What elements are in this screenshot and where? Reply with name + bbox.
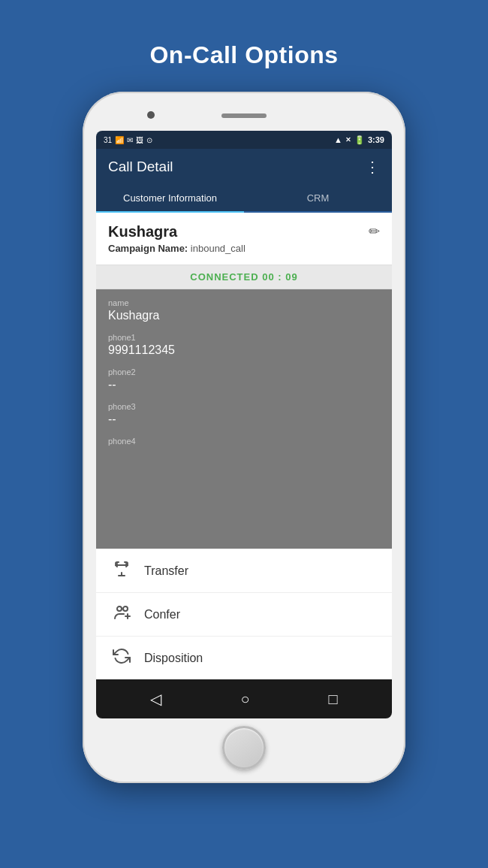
battery-icon: 🔋 — [354, 135, 365, 145]
field-name: name Kushagra — [108, 298, 380, 322]
transfer-label: Transfer — [144, 564, 188, 578]
back-button[interactable]: ◁ — [150, 690, 161, 708]
contact-fields: name Kushagra phone1 9991112345 phone2 -… — [96, 289, 392, 549]
header-menu-button[interactable]: ⋮ — [365, 158, 380, 176]
confer-icon — [111, 603, 132, 625]
status-right: ▲ ✕ 🔋 3:39 — [334, 135, 384, 145]
svg-point-2 — [123, 606, 128, 611]
calendar-icon: 31 — [104, 136, 112, 144]
edit-button[interactable]: ✏ — [369, 223, 380, 240]
svg-point-1 — [117, 606, 122, 611]
campaign-row: Campaign Name: inbound_call — [108, 243, 246, 254]
field-value-phone2: -- — [108, 378, 380, 392]
wifi-status-icon: 📶 — [115, 136, 124, 144]
extra-icon: ⊙ — [146, 136, 152, 144]
tabs-bar: Customer Information CRM — [96, 185, 392, 213]
field-label-phone1: phone1 — [108, 333, 380, 342]
confer-label: Confer — [144, 608, 180, 622]
camera-dot — [147, 111, 155, 119]
customer-details: Kushagra Campaign Name: inbound_call — [108, 223, 246, 254]
status-bar: 31 📶 ✉ 🖼 ⊙ ▲ ✕ 🔋 3:39 — [96, 131, 392, 149]
field-label-phone4: phone4 — [108, 437, 380, 446]
phone-shell: 31 📶 ✉ 🖼 ⊙ ▲ ✕ 🔋 3:39 Call Detail ⋮ Cust… — [83, 92, 405, 783]
field-phone2: phone2 -- — [108, 367, 380, 392]
page-title: On-Call Options — [149, 41, 338, 69]
speaker-bar — [221, 113, 267, 118]
phone-top — [96, 105, 392, 126]
field-label-phone2: phone2 — [108, 367, 380, 377]
transfer-action[interactable]: Transfer — [96, 549, 392, 593]
campaign-value: inbound_call — [191, 243, 246, 254]
signal-off-icon: ✕ — [345, 136, 351, 144]
field-value-phone1: 9991112345 — [108, 343, 380, 357]
transfer-icon — [111, 560, 132, 582]
field-phone1: phone1 9991112345 — [108, 333, 380, 357]
status-left: 31 📶 ✉ 🖼 ⊙ — [104, 136, 152, 144]
tab-customer-information[interactable]: Customer Information — [96, 185, 244, 213]
phone-screen: 31 📶 ✉ 🖼 ⊙ ▲ ✕ 🔋 3:39 Call Detail ⋮ Cust… — [96, 131, 392, 718]
time-display: 3:39 — [368, 135, 384, 144]
physical-home-button[interactable] — [222, 726, 266, 770]
email-icon: ✉ — [127, 136, 133, 144]
disposition-label: Disposition — [144, 652, 203, 665]
recent-apps-button[interactable]: □ — [328, 691, 337, 708]
field-phone3: phone3 -- — [108, 402, 380, 426]
home-button[interactable]: ○ — [240, 691, 249, 708]
phone-bottom — [222, 726, 266, 770]
disposition-action[interactable]: Disposition — [96, 637, 392, 679]
field-value-name: Kushagra — [108, 309, 380, 322]
app-header-title: Call Detail — [108, 159, 173, 175]
field-value-phone3: -- — [108, 413, 380, 426]
field-phone4: phone4 — [108, 437, 380, 446]
signal-icon: ▲ — [334, 135, 342, 144]
field-label-name: name — [108, 298, 380, 307]
campaign-label: Campaign Name: — [108, 243, 188, 254]
nav-bar: ◁ ○ □ — [96, 679, 392, 718]
customer-info-header: Kushagra Campaign Name: inbound_call ✏ — [96, 213, 392, 265]
image-icon: 🖼 — [136, 136, 143, 144]
tab-crm[interactable]: CRM — [244, 185, 392, 211]
field-label-phone3: phone3 — [108, 402, 380, 411]
customer-name: Kushagra — [108, 223, 246, 240]
disposition-icon — [111, 647, 132, 669]
action-menu: Transfer Confer — [96, 549, 392, 679]
confer-action[interactable]: Confer — [96, 593, 392, 637]
connected-bar: CONNECTED 00 : 09 — [96, 265, 392, 289]
app-header: Call Detail ⋮ — [96, 149, 392, 185]
